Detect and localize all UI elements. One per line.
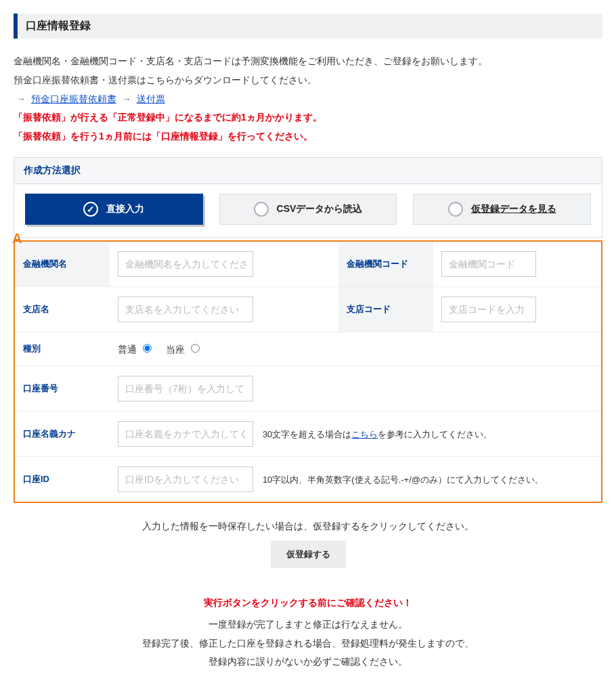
account-name-hint: 30文字を超える場合はこちらを参考に入力してください。 — [263, 429, 492, 439]
method-csv-import[interactable]: CSVデータから読込 — [219, 194, 397, 225]
label-branch-name: 支店名 — [15, 286, 110, 332]
intro-block: 金融機関名・金融機関コード・支店名・支店コードは予測変換機能をご利用いただき、ご… — [14, 53, 602, 145]
radio-label: 普通 — [118, 344, 137, 355]
method-direct-input[interactable]: 直接入力 — [25, 194, 203, 225]
page-title: 口座情報登録 — [14, 14, 602, 39]
download-links-line: → 預金口座振替依頼書 → 送付票 — [14, 91, 602, 108]
intro-line-1: 金融機関名・金融機関コード・支店名・支店コードは予測変換機能をご利用いただき、ご… — [14, 53, 602, 70]
method-label: CSVデータから読込 — [277, 203, 363, 215]
label-branch-code: 支店コード — [338, 286, 433, 332]
check-icon — [83, 202, 98, 217]
label-account-name-kana: 口座名義カナ — [15, 411, 110, 456]
method-panel-header: 作成方法選択 — [14, 158, 602, 184]
account-form: 金融機関名 金融機関コード 支店名 支店コード — [14, 240, 602, 503]
radio-icon — [254, 202, 269, 217]
branch-code-input[interactable] — [441, 297, 536, 322]
account-type-normal[interactable]: 普通 — [118, 344, 156, 355]
account-type-current-radio[interactable] — [191, 344, 200, 353]
warning-line-1: 「振替依頼」が行える「正常登録中」になるまでに約1ヵ月かかります。 — [14, 110, 602, 126]
bank-name-input[interactable] — [118, 251, 253, 277]
bank-code-input[interactable] — [441, 251, 536, 277]
intro-line-2: 預金口座振替依頼書・送付票はこちらからダウンロードしてください。 — [14, 72, 602, 89]
link-deposit-form[interactable]: 預金口座振替依頼書 — [31, 93, 116, 104]
radio-label: 当座 — [166, 344, 185, 355]
label-account-number: 口座番号 — [15, 366, 110, 411]
account-name-kana-input[interactable] — [118, 421, 253, 447]
save-hint-text: 入力した情報を一時保存したい場合は、仮登録するをクリックしてください。 — [14, 521, 602, 533]
account-name-hint-link[interactable]: こちら — [351, 429, 378, 439]
confirm-warning-head: 実行ボタンをクリックする前にご確認ください！ — [14, 595, 602, 611]
label-account-id: 口座ID — [15, 456, 110, 502]
method-view-draft[interactable]: 仮登録データを見る — [413, 194, 591, 225]
radio-icon — [448, 202, 463, 217]
link-remittance-slip[interactable]: 送付票 — [137, 93, 165, 104]
arrow-icon: → — [16, 93, 26, 104]
account-type-current[interactable]: 当座 — [166, 344, 202, 355]
arrow-icon: → — [122, 93, 131, 104]
method-label: 仮登録データを見る — [471, 203, 556, 215]
method-panel: 作成方法選択 直接入力 CSVデータから読込 仮登録データを見る — [14, 157, 602, 238]
warning-line-2: 「振替依頼」を行う1ヵ月前には「口座情報登録」を行ってください。 — [14, 129, 602, 145]
branch-name-input[interactable] — [118, 297, 253, 322]
label-bank-code: 金融機関コード — [338, 242, 433, 287]
account-id-input[interactable] — [118, 466, 253, 492]
method-label: 直接入力 — [106, 203, 144, 215]
account-number-input[interactable] — [118, 376, 253, 401]
label-bank-name: 金融機関名 — [15, 242, 110, 287]
confirm-line-3: 登録内容に誤りがないか必ずご確認ください。 — [14, 654, 602, 670]
draft-save-button[interactable]: 仮登録する — [271, 541, 346, 568]
account-id-hint: 10字以内、半角英数字(使える記号.-+/@のみ）にて入力してください。 — [263, 475, 544, 485]
account-type-normal-radio[interactable] — [143, 344, 152, 353]
confirm-line-2: 登録完了後、修正した口座を登録される場合、登録処理料が発生しますので、 — [14, 636, 602, 652]
label-account-type: 種別 — [15, 332, 110, 366]
confirm-line-1: 一度登録が完了しますと修正は行なえません。 — [14, 617, 602, 633]
